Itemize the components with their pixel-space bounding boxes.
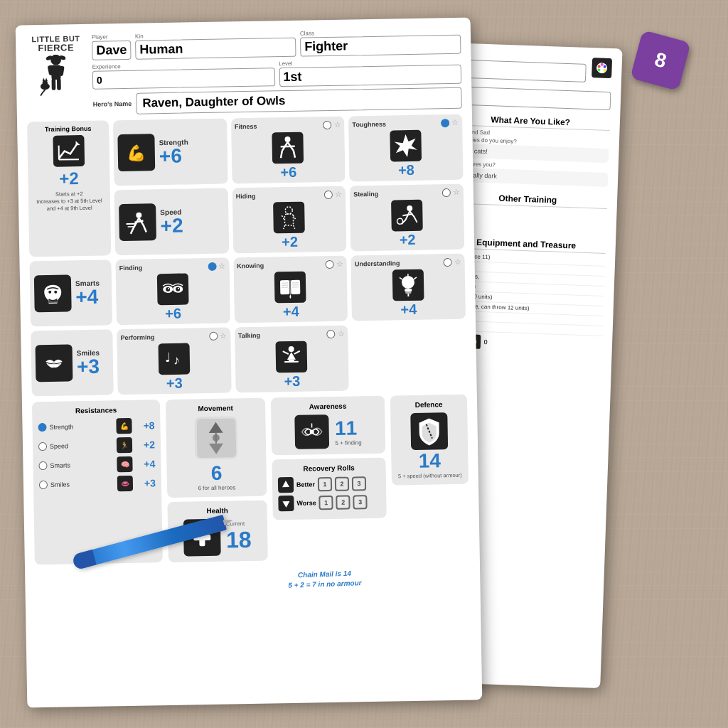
hiding-icon [274, 202, 306, 234]
worse-icon [278, 496, 294, 511]
logo-silhouette [36, 55, 76, 102]
resistance-strength-radio[interactable] [38, 423, 46, 432]
resistance-smiles-icon: 👄 [117, 476, 133, 491]
talking-radio[interactable] [327, 329, 336, 338]
fitness-icon [272, 132, 304, 164]
smiles-stat: Smiles +3 [31, 329, 114, 396]
svg-text:♩: ♩ [165, 350, 171, 365]
resistance-smarts: Smarts 🧠 +4 [38, 456, 155, 473]
movement-icon [194, 416, 237, 459]
finding-header: Finding ☆ [119, 262, 226, 273]
stealing-stat: Stealing ☆ +2 [350, 184, 464, 252]
worse-die-1: 1 [319, 496, 333, 510]
knowing-stat: Knowing ☆ +4 [233, 256, 348, 323]
understanding-star: ☆ [454, 257, 461, 267]
awareness-defence-stack: Awareness 11 5 + [271, 396, 387, 561]
header-fields: Player Dave Kin Human Class Fighter Expe… [92, 28, 462, 115]
main-character-sheet: Little But Fierce [16, 17, 483, 707]
svg-text:🧠: 🧠 [120, 460, 129, 469]
understanding-header: Understanding ☆ [355, 257, 461, 269]
resistance-smarts-icon: 🧠 [117, 456, 132, 472]
defence-col: Defence 14 5 + speed (without armour) [390, 395, 470, 559]
speed-icon [119, 203, 156, 241]
finding-radio[interactable] [208, 262, 216, 270]
movement-box: Movement 6 6 for all heroes [166, 398, 267, 498]
finding-stat: Finding ☆ +6 [115, 257, 230, 325]
training-bonus: Training Bonus +2 Starts at +2 Increases… [27, 120, 111, 257]
resistance-smiles: Smiles 👄 +3 [39, 475, 156, 493]
class-field: Class Fighter [300, 28, 461, 57]
svg-text:💪: 💪 [119, 422, 129, 431]
svg-rect-71 [405, 291, 411, 294]
logo-box: Little But Fierce [26, 34, 87, 102]
understanding-stat: Understanding ☆ +4 [351, 254, 466, 321]
strength-info: Strength +6 [159, 138, 188, 166]
fitness-radio[interactable] [323, 120, 331, 129]
understanding-radio[interactable] [443, 257, 451, 266]
better-die-1: 1 [318, 477, 332, 491]
better-icon [278, 477, 294, 493]
svg-rect-36 [277, 205, 303, 231]
hiding-stat: Hiding ☆ +2 [232, 186, 346, 254]
training-icon [53, 135, 85, 167]
sheet-header: Little But Fierce [26, 28, 462, 117]
recovery-worse-row: Worse 1 2 3 [278, 494, 380, 512]
kin-field: Kin Human [135, 31, 296, 60]
fitness-star: ☆ [333, 120, 341, 129]
knowing-radio[interactable] [326, 259, 334, 268]
svg-text:♪: ♪ [173, 353, 180, 368]
sheet2-palette-icon [592, 58, 612, 78]
toughness-radio[interactable] [441, 119, 449, 127]
resistance-speed-icon: 🏃 [117, 437, 132, 453]
hiding-star: ☆ [335, 190, 342, 199]
smarts-stat: Smarts +4 [29, 259, 112, 326]
defence-icon [410, 412, 448, 450]
hero-name-row: Hero's Name Raven, Daughter of Owls [92, 87, 461, 115]
level-field: Level 1st [279, 58, 461, 87]
training-desc: Starts at +2 Increases to +3 at 5th Leve… [36, 191, 102, 213]
svg-rect-84 [284, 361, 299, 363]
header-row-2: Experience 0 Level 1st [92, 58, 462, 90]
fitness-stat: Fitness ☆ +6 [231, 117, 346, 184]
header-row-1: Player Dave Kin Human Class Fighter [92, 28, 461, 60]
svg-text:👄: 👄 [121, 479, 130, 488]
worse-die-3: 3 [353, 495, 368, 509]
knowing-star: ☆ [336, 259, 343, 269]
performing-radio[interactable] [209, 331, 218, 340]
svg-marker-10 [43, 78, 46, 82]
stat-grid: 💪 Strength +6 Fitness ☆ [27, 114, 467, 397]
smiles-icon [36, 344, 73, 382]
talking-stat: Talking ☆ +3 [235, 326, 349, 393]
chain-mail-note: Chain Mail is 14 5 + 2 = 7 in no armour [288, 568, 362, 591]
toughness-icon [390, 130, 422, 162]
performing-icon: ♩ ♪ [158, 343, 190, 375]
strength-icon: 💪 [117, 134, 155, 171]
svg-rect-7 [57, 78, 61, 90]
knowing-icon [274, 272, 306, 304]
dice-d8: 8 [630, 30, 691, 91]
stealing-radio[interactable] [442, 188, 451, 197]
hiding-radio[interactable] [324, 190, 333, 198]
experience-field: Experience 0 [92, 60, 275, 90]
logo-text: Little But Fierce [31, 34, 80, 54]
performing-star: ☆ [220, 331, 227, 341]
resistance-smiles-radio[interactable] [39, 481, 48, 489]
toughness-star: ☆ [451, 118, 459, 127]
awareness-icon [295, 414, 330, 449]
stealing-header: Stealing ☆ [353, 188, 460, 199]
performing-stat: Performing ☆ ♩ ♪ +3 [117, 327, 231, 395]
smarts-icon [34, 274, 72, 312]
svg-text:💪: 💪 [127, 143, 146, 162]
svg-rect-70 [405, 289, 412, 291]
svg-rect-6 [52, 79, 56, 91]
strength-stat: 💪 Strength +6 [113, 118, 228, 186]
resistance-speed-radio[interactable] [38, 442, 47, 451]
toughness-header: Toughness ☆ [352, 118, 459, 129]
resistance-smarts-radio[interactable] [38, 461, 47, 470]
worse-die-2: 2 [336, 496, 350, 510]
svg-marker-11 [45, 78, 48, 82]
smarts-info: Smarts +4 [75, 279, 100, 307]
better-die-2: 2 [335, 477, 349, 491]
toughness-stat: Toughness ☆ +8 [348, 114, 463, 182]
svg-point-0 [50, 55, 61, 65]
